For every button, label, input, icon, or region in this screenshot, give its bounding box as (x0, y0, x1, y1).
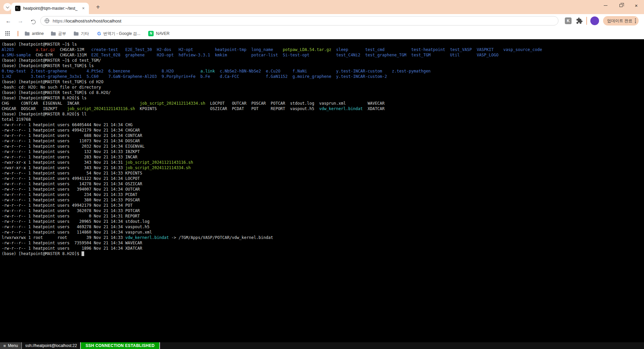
terminal-line: lrwxrwxrwx 1 root root 39 Nov 21 14:33 v… (2, 235, 644, 240)
naver-icon: N (148, 31, 154, 36)
extensions-puzzle-icon[interactable] (576, 17, 583, 24)
terminal-line: -rw-r--r-- 1 heatpoint users 49942179 No… (2, 128, 644, 133)
toolbar-divider (586, 17, 587, 25)
browser-tab[interactable]: >_ heatpoint@tqm-master:~/test_ × (11, 3, 89, 14)
bookmark-folder-antline[interactable]: antline (23, 30, 45, 38)
ssh-status-bar: ≡ Menu ssh://heatpoint@localhost:22 SSH … (0, 342, 644, 349)
terminal-line: -rw-r--r-- 1 heatpoint users 49941122 No… (2, 176, 644, 181)
close-icon: × (635, 3, 638, 8)
terminal-line: -rw-r--r-- 1 heatpoint users 2032 Nov 21… (2, 144, 644, 149)
bookmark-naver[interactable]: N NAVER (147, 30, 171, 38)
terminal-line: (base) [heatpoint@MASTER test_TGM]$ cd 8… (2, 90, 644, 95)
terminal-line: -rw-r--r-- 1 heatpoint users 114860 Nov … (2, 230, 644, 235)
folder-icon (74, 32, 78, 36)
tab-strip: >_ heatpoint@tqm-master:~/test_ × + × (0, 0, 644, 14)
back-button[interactable]: ← (4, 17, 13, 26)
terminal-line: -rw-r--r-- 1 heatpoint users 7359504 Nov… (2, 240, 644, 246)
bookmark-google-translate[interactable]: G 번역기 - Google 검... (96, 30, 142, 38)
reload-button[interactable] (29, 17, 38, 26)
kebab-menu-icon[interactable] (635, 18, 636, 23)
google-icon: G (97, 31, 101, 36)
terminal-line: (base) [heatpoint@MASTER test_TGM]$ ls (2, 63, 644, 68)
chevron-down-icon (6, 5, 9, 8)
reload-icon (31, 20, 36, 24)
profile-avatar[interactable] (590, 16, 599, 25)
extension-k-button[interactable]: K (565, 17, 572, 24)
browser-window: >_ heatpoint@tqm-master:~/test_ × + × ← … (0, 0, 644, 349)
window-controls: × (598, 0, 644, 11)
terminal-line: Al2O3 a.tar.gz CHGCAR-12M create-test E2… (2, 47, 644, 52)
close-button[interactable]: × (629, 0, 644, 11)
bookmark-folder-etc[interactable]: 기타 (72, 30, 90, 38)
connection-status-badge: SSH CONNECTION ESTABLISHED (81, 342, 159, 349)
restore-button[interactable] (613, 0, 629, 11)
bookmarks-divider (17, 31, 18, 36)
bookmark-folder-study[interactable]: 공부 (50, 30, 67, 38)
terminal-line: -rw-r--r-- 1 heatpoint users 283 Nov 21 … (2, 154, 644, 160)
url-text: https://localhost/ssh/host/localhost (53, 18, 121, 23)
tab-title: heatpoint@tqm-master:~/test_ (23, 6, 80, 11)
terminal-line: 0.tmp-test 2.test-graphene 4.PtSe2 6.ben… (2, 68, 644, 74)
terminal-line: -rw-r--r-- 1 heatpoint users 66405444 No… (2, 122, 644, 128)
terminal-line: -rw-r--r-- 1 heatpoint users 20965 Nov 2… (2, 219, 644, 224)
terminal-line: -rw-r--r-- 1 heatpoint users 49942179 No… (2, 203, 644, 208)
terminal-line: -rw-r--r-- 1 heatpoint users 14278 Nov 2… (2, 181, 644, 187)
minimize-button[interactable] (598, 0, 613, 11)
forward-button[interactable]: → (16, 17, 25, 26)
terminal-line: -rw-r--r-- 1 heatpoint users 132 Nov 21 … (2, 149, 644, 154)
terminal-line: -rw-r--r-- 1 heatpoint users 688 Nov 21 … (2, 133, 644, 138)
ssh-host-label: ssh://heatpoint@localhost:22 (22, 342, 80, 349)
terminal-line: (base) [heatpoint@MASTER 8.H2O]$ (2, 251, 644, 256)
terminal-line: -rw-r--r-- 1 heatpoint users 234 Nov 21 … (2, 192, 644, 197)
bookmarks-bar: antline 공부 기타 G 번역기 - Google 검... N NAVE… (0, 28, 644, 39)
terminal-line: -rw-r--r-- 1 heatpoint users 362078 Nov … (2, 208, 644, 213)
restore-icon (620, 4, 623, 7)
terminal-line: -rw-r--r-- 1 heatpoint users 54 Nov 21 1… (2, 170, 644, 176)
new-tab-button[interactable]: + (94, 3, 102, 11)
terminal-line: (base) [heatpoint@MASTER ~]$ ls (2, 42, 644, 47)
terminal-screen[interactable]: (base) [heatpoint@MASTER ~]$ lsAl2O3 a.t… (0, 40, 644, 342)
terminal-line: -rw-r--r-- 1 heatpoint users 469278 Nov … (2, 224, 644, 230)
terminal-line: CHGCAR DOSCAR IBZKPT job_script_20241121… (2, 106, 644, 111)
terminal-line: -rw-r--r-- 1 heatpoint users 1896 Nov 21… (2, 246, 644, 251)
update-complete-button[interactable]: 업데이트 완료 (603, 16, 639, 26)
terminal-line: CHG CONTCAR EIGENVAL INCAR job_script_20… (2, 101, 644, 106)
terminal-line: -rw-r--r-- 1 heatpoint users 380 Nov 21 … (2, 197, 644, 203)
menu-button[interactable]: ≡ Menu (0, 342, 21, 349)
terminal-favicon-icon: >_ (15, 6, 20, 11)
terminal-line: -rwxr-xr-x 1 heatpoint users 343 Nov 21 … (2, 165, 644, 170)
browser-toolbar: ← → https://localhost/ssh/host/localhost… (0, 14, 644, 28)
terminal-line: -rw-r--r-- 1 heatpoint users 0 Nov 21 14… (2, 213, 644, 219)
minimize-icon (604, 5, 607, 6)
statusbar-separator (159, 342, 160, 349)
address-bar[interactable]: https://localhost/ssh/host/localhost (40, 16, 558, 26)
folder-icon (51, 32, 56, 36)
site-info-icon[interactable] (45, 18, 49, 23)
terminal-line: total 219768 (2, 117, 644, 122)
terminal-line: -rw-r--r-- 1 heatpoint users 11073 Nov 2… (2, 138, 644, 144)
hamburger-icon: ≡ (3, 344, 6, 348)
tab-close-icon[interactable]: × (80, 6, 86, 11)
terminal-line: 1.H2 3.test-graphene_3x3x1 5.C60 7.GaN-G… (2, 74, 644, 79)
terminal-line: (base) [heatpoint@MASTER ~]$ cd test_TGM… (2, 58, 644, 63)
tab-search-button[interactable] (3, 3, 11, 11)
folder-icon (25, 32, 30, 36)
terminal-line: (base) [heatpoint@MASTER 8.H2O]$ ll (2, 111, 644, 117)
terminal-line: -bash: cd: H2O: No such file or director… (2, 85, 644, 90)
terminal-line: (base) [heatpoint@MASTER 8.H2O]$ ls (2, 95, 644, 101)
terminal-line: a.SMU-sample CHG-87M CHGCAR-131M E2E_Tes… (2, 52, 644, 58)
terminal-cursor (82, 251, 84, 256)
terminal-line: (base) [heatpoint@MASTER test_TGM]$ cd H… (2, 79, 644, 85)
terminal-line: -rw-r--r-- 1 heatpoint users 394007 Nov … (2, 187, 644, 192)
apps-grid-icon[interactable] (5, 31, 6, 32)
terminal-line: -rwxr-xr-x 1 heatpoint users 343 Nov 21 … (2, 160, 644, 165)
